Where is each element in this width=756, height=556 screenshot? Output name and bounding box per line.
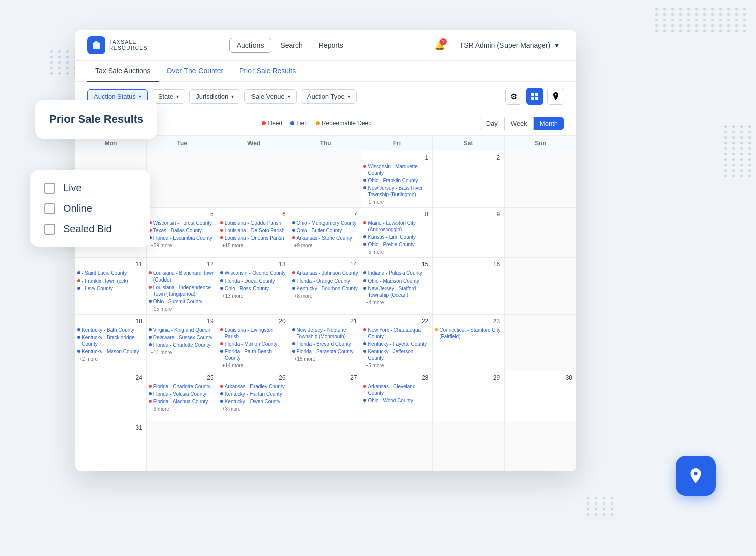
calendar-cell[interactable]: 13Wisconsin - Oconto CountyFlorida - Duv… <box>218 258 290 315</box>
week-view-button[interactable]: Week <box>505 117 534 130</box>
calendar-event[interactable]: Indiana - Pulaski County <box>363 270 430 276</box>
event-text[interactable]: Louisiana - Blanchard Town (Caddo) <box>153 270 216 283</box>
event-text[interactable]: Louisiana - Orleans Parish <box>225 235 284 241</box>
event-text[interactable]: Wisconsin - Marquette County <box>368 163 430 176</box>
event-text[interactable]: Kentucky - Bourbon County <box>297 285 358 292</box>
calendar-cell[interactable] <box>505 151 576 208</box>
event-text[interactable]: New Jersey - Bass River Township (Burlin… <box>368 185 430 198</box>
nav-search[interactable]: Search <box>273 38 309 52</box>
event-text[interactable]: Florida - Escambia County <box>153 235 212 241</box>
more-events-link[interactable]: +8 more <box>292 293 359 299</box>
calendar-event[interactable]: Kentucky - Mason County <box>77 348 144 355</box>
calendar-event[interactable]: New Jersey - Bass River Township (Burlin… <box>363 185 430 198</box>
event-text[interactable]: Kansas - Linn County <box>368 234 416 240</box>
calendar-cell[interactable]: 12Louisiana - Blanchard Town (Caddo)Loui… <box>147 258 218 315</box>
event-text[interactable]: Indiana - Pulaski County <box>368 270 422 276</box>
event-text[interactable]: Florida - Charlotte County <box>153 383 211 390</box>
more-events-link[interactable]: +5 more <box>363 362 430 369</box>
more-events-link[interactable]: +4 more <box>363 299 430 306</box>
calendar-event[interactable]: Arkansas - Cleveland County <box>363 383 430 396</box>
event-text[interactable]: Ohio - Franklin County <box>368 177 418 184</box>
calendar-cell[interactable]: 29 <box>433 371 505 421</box>
day-view-button[interactable]: Day <box>480 117 505 130</box>
checkbox-live[interactable] <box>44 183 55 194</box>
calendar-event[interactable]: Florida - Orange County <box>292 277 359 284</box>
calendar-cell[interactable] <box>505 258 576 315</box>
event-text[interactable]: Ohio - Montgomery County <box>297 220 357 226</box>
calendar-event[interactable]: Ohio - Summit County <box>149 298 216 305</box>
calendar-event[interactable]: - Franklin Town (ock) <box>77 277 144 284</box>
more-events-link[interactable]: +15 more <box>149 306 216 312</box>
calendar-event[interactable]: Florida - Charlotte County <box>149 383 216 390</box>
calendar-event[interactable]: Arkansas - Johnson County <box>292 270 359 276</box>
calendar-cell[interactable]: 23Connecticut - Stamford City (Fairfield… <box>433 315 505 371</box>
tab-tax-sale-auctions[interactable]: Tax Sale Auctions <box>87 61 159 82</box>
calendar-cell[interactable] <box>505 208 576 258</box>
location-button[interactable] <box>676 456 716 496</box>
event-text[interactable]: Kentucky - Fayette County <box>368 341 427 347</box>
filter-jurisdiction[interactable]: Jurisdiction ▾ <box>189 89 240 104</box>
calendar-event[interactable]: Kansas - Linn County <box>363 234 430 240</box>
notification-button[interactable]: 🔔 1 <box>432 37 448 53</box>
event-text[interactable]: Delaware - Sussex County <box>153 334 212 341</box>
calendar-event[interactable]: Ohio - Preble County <box>363 241 430 248</box>
calendar-event[interactable]: Arkansas - Bradley County <box>220 383 288 390</box>
event-text[interactable]: Ohio - Ross County <box>225 285 269 292</box>
checkbox-online[interactable] <box>44 203 55 214</box>
event-text[interactable]: Louisiana - Independence Town (Tangipaho… <box>153 284 216 297</box>
event-text[interactable]: Wisconsin - Oconto County <box>225 270 286 276</box>
calendar-event[interactable]: Ohio - Madison County <box>363 277 430 284</box>
tab-prior-sale-results[interactable]: Prior Sale Results <box>231 61 304 82</box>
calendar-cell[interactable]: 25Florida - Charlotte CountyFlorida - Vo… <box>147 371 218 421</box>
more-events-link[interactable]: +2 more <box>77 356 144 362</box>
more-events-link[interactable]: +59 more <box>149 242 216 249</box>
event-text[interactable]: Kentucky - Mason County <box>82 348 139 355</box>
calendar-event[interactable]: Florida - Marion County <box>220 341 288 347</box>
filter-state[interactable]: State ▾ <box>152 89 185 104</box>
event-text[interactable]: Louisiana - De Soto Parish <box>225 227 285 234</box>
calendar-event[interactable]: Delaware - Sussex County <box>149 334 216 341</box>
calendar-cell[interactable]: 28Arkansas - Cleveland CountyOhio - Wood… <box>361 371 433 421</box>
event-text[interactable]: Louisiana - Caddo Parish <box>225 220 281 226</box>
calendar-cell[interactable]: 8Maine - Lewiston City (Androscoggin)Kan… <box>361 208 433 258</box>
event-text[interactable]: Kentucky - Harlan County <box>225 391 282 397</box>
more-events-link[interactable]: +9 more <box>292 242 359 249</box>
calendar-event[interactable]: Wisconsin - Oconto County <box>220 270 288 276</box>
calendar-cell[interactable]: 27 <box>290 371 362 421</box>
calendar-event[interactable]: Texas - Dallas County <box>149 227 216 234</box>
calendar-cell[interactable]: 26Arkansas - Bradley CountyKentucky - Ha… <box>218 371 290 421</box>
calendar-event[interactable]: New Jersey - Neptune Township (Monmouth) <box>292 327 359 340</box>
calendar-event[interactable]: Ohio - Franklin County <box>363 177 430 184</box>
calendar-cell[interactable] <box>218 421 290 471</box>
calendar-event[interactable]: Louisiana - Independence Town (Tangipaho… <box>149 284 216 297</box>
event-text[interactable]: Florida - Orange County <box>297 277 350 284</box>
event-text[interactable]: Florida - Brevard County <box>297 341 351 347</box>
event-text[interactable]: Florida - Charlotte County <box>153 342 211 348</box>
calendar-event[interactable]: Kentucky - Fayette County <box>363 341 430 347</box>
calendar-cell[interactable]: 7Ohio - Montgomery CountyOhio - Butler C… <box>290 208 362 258</box>
calendar-event[interactable]: Florida - Alachua County <box>149 398 216 405</box>
nav-reports[interactable]: Reports <box>312 38 350 52</box>
calendar-cell[interactable] <box>218 151 290 208</box>
calendar-event[interactable]: Kentucky - Jefferson County <box>363 348 430 361</box>
calendar-cell[interactable]: 16 <box>433 258 505 315</box>
calendar-event[interactable]: Florida - Charlotte County <box>149 342 216 348</box>
calendar-event[interactable]: Wisconsin - Marquette County <box>363 163 430 176</box>
calendar-event[interactable]: Virginia - King and Queen <box>149 327 216 333</box>
event-text[interactable]: Ohio - Madison County <box>368 277 419 284</box>
calendar-cell[interactable]: 11- Saint Lucie County- Franklin Town (o… <box>75 258 147 315</box>
calendar-event[interactable]: Florida - Palm Beach County <box>220 348 288 361</box>
calendar-event[interactable]: New Jersey - Stafford Township (Ocean) <box>363 285 430 298</box>
event-text[interactable]: Florida - Sarasota County <box>297 348 354 355</box>
calendar-event[interactable]: Connecticut - Stamford City (Fairfield) <box>435 327 502 340</box>
calendar-event[interactable]: Ohio - Ross County <box>220 285 288 292</box>
calendar-event[interactable]: Florida - Sarasota County <box>292 348 359 355</box>
more-events-link[interactable]: +13 more <box>220 293 288 299</box>
calendar-cell[interactable]: 19Virginia - King and QueenDelaware - Su… <box>147 315 218 371</box>
calendar-event[interactable]: Arkansas - Stone County <box>292 235 359 241</box>
calendar-event[interactable]: Kentucky - Harlan County <box>220 391 288 397</box>
calendar-cell[interactable]: 2 <box>433 151 505 208</box>
checkbox-sealed-bid[interactable] <box>44 224 55 235</box>
calendar-cell[interactable] <box>505 315 576 371</box>
calendar-event[interactable]: Florida - Duval County <box>220 277 288 284</box>
